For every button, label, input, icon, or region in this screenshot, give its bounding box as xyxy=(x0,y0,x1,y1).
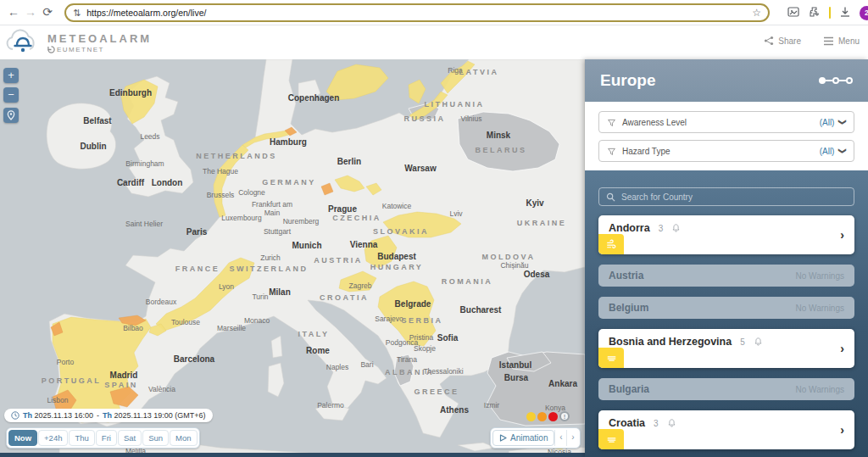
animation-button[interactable]: Animation xyxy=(492,430,554,446)
legend-exclaim-icon: ! xyxy=(559,411,570,421)
map-label: Skopje xyxy=(414,344,436,353)
map-label: Bordeaux xyxy=(146,298,176,306)
map-label: ROMANIA xyxy=(442,277,493,286)
gallery-icon[interactable] xyxy=(787,6,800,20)
day-button-thu[interactable]: Thu xyxy=(69,430,94,446)
url-text[interactable]: https://meteoalarm.org/en/live/ xyxy=(86,8,752,18)
warning-badge-wind xyxy=(598,234,624,254)
day-button-sat[interactable]: Sat xyxy=(118,430,142,446)
share-button[interactable]: Share xyxy=(764,36,801,46)
map-label: Nuremberg xyxy=(283,217,320,226)
url-bar[interactable]: ⇅ https://meteoalarm.org/en/live/ ☆ xyxy=(64,3,770,22)
extensions-icon[interactable] xyxy=(808,6,821,20)
map-label: Belfast xyxy=(83,116,111,125)
map-label: Budapest xyxy=(377,252,416,261)
map-label: London xyxy=(152,178,183,187)
map-label: Ankara xyxy=(548,379,577,388)
map-label: Edinburgh xyxy=(109,88,152,98)
country-card-bosnia-and-herzegovina[interactable]: Bosnia and Herzegovina 5 › xyxy=(598,329,854,368)
map-label: Cologne xyxy=(238,188,265,197)
country-card-belgium[interactable]: Belgium No Warnings xyxy=(598,297,854,319)
locate-button[interactable] xyxy=(3,108,19,123)
menu-button[interactable]: Menu xyxy=(823,36,860,46)
country-card-croatia[interactable]: Croatia 3 › xyxy=(598,410,854,449)
bottom-strip xyxy=(0,453,585,457)
map-label: Odesa xyxy=(524,270,550,279)
map-label: Minsk xyxy=(487,131,510,140)
back-icon[interactable]: ← xyxy=(5,3,22,20)
wind-icon xyxy=(605,239,618,250)
country-card-andorra[interactable]: Andorra 3 › xyxy=(598,215,854,254)
map-label: Lyon xyxy=(219,282,234,291)
day-button-sun[interactable]: Sun xyxy=(142,430,169,446)
map-label: SERBIA xyxy=(401,316,442,325)
map-label: SLOVAKIA xyxy=(373,227,429,236)
map-label: Kyiv xyxy=(526,198,543,208)
map-label: Leeds xyxy=(140,132,159,141)
filter-funnel-icon xyxy=(607,118,616,127)
map-label: Luxembourg xyxy=(221,214,261,222)
chevron-right-icon: › xyxy=(840,423,844,437)
day-button-mon[interactable]: Mon xyxy=(170,430,197,446)
map-label: SWITZERLAND xyxy=(230,265,309,273)
country-card-austria[interactable]: Austria No Warnings xyxy=(598,265,854,287)
map-label: Vienna xyxy=(350,240,378,249)
map-label: Zurich xyxy=(260,254,281,262)
map-label: CROATIA xyxy=(320,293,369,302)
filter-funnel-icon xyxy=(607,147,616,156)
day-button-24h[interactable]: +24h xyxy=(38,430,68,446)
zoom-in-button[interactable]: + xyxy=(3,68,19,83)
map-label: Munich xyxy=(292,241,322,250)
map-label: València xyxy=(148,385,175,393)
map-label: ITALY xyxy=(298,330,329,338)
day-selector: Now +24h Thu Fri Sat Sun Mon xyxy=(6,427,200,449)
day-button-now[interactable]: Now xyxy=(8,430,37,446)
day-button-fri[interactable]: Fri xyxy=(96,430,117,446)
map-label: Paris xyxy=(186,227,207,237)
bookmark-star-icon[interactable]: ☆ xyxy=(752,7,761,19)
meteoalarm-logo[interactable]: METEOALARM EUMETNET xyxy=(5,27,152,56)
map-label: LITHUANIA xyxy=(425,100,485,109)
map-label: CZECHIA xyxy=(332,214,381,222)
reload-icon[interactable]: ⟳ xyxy=(39,3,56,20)
zoom-out-button[interactable]: − xyxy=(3,87,19,103)
map-label: Berlin xyxy=(337,157,361,166)
hamburger-icon xyxy=(823,36,834,46)
map-label: Lisbon xyxy=(47,396,68,404)
hazard-type-filter[interactable]: Hazard Type (All) ❯ xyxy=(598,140,854,162)
map-label: Barcelona xyxy=(174,354,214,364)
map-label: Porto xyxy=(57,358,74,366)
chevron-down-icon: ❯ xyxy=(838,119,847,125)
map-label: NETHERLANDS xyxy=(196,152,277,160)
search-input[interactable] xyxy=(621,192,833,202)
view-stepper-icon[interactable] xyxy=(819,77,853,84)
map-label: Athens xyxy=(440,405,469,415)
download-icon[interactable] xyxy=(838,6,852,20)
europe-map[interactable]: EdinburghBelfastDublinCardiffLondonParis… xyxy=(0,59,585,457)
map-label: ALBANIA xyxy=(385,368,434,376)
filters-section: Awareness Level (All) ❯ Hazard Type (All… xyxy=(585,102,868,170)
forward-icon[interactable]: → xyxy=(22,3,39,20)
site-header: METEOALARM EUMETNET Share Menu xyxy=(0,25,868,59)
country-search[interactable] xyxy=(598,187,854,206)
step-back-button[interactable]: ‹ xyxy=(554,430,566,446)
map-label: GERMANY xyxy=(262,178,316,187)
profile-avatar[interactable]: 2 xyxy=(860,6,868,20)
map-label: RUSSIA xyxy=(403,114,445,123)
bell-icon xyxy=(754,337,763,347)
map-label: GREECE xyxy=(414,387,459,396)
site-info-icon[interactable]: ⇅ xyxy=(73,8,81,19)
map-label: Istanbul xyxy=(499,360,531,370)
map-label: Prague xyxy=(328,204,357,214)
awareness-level-filter[interactable]: Awareness Level (All) ❯ xyxy=(598,111,854,133)
map-label: Brussels xyxy=(207,191,235,199)
legend-dot xyxy=(526,412,536,421)
chrome-actions: 2 ⋮ xyxy=(787,3,868,22)
map-label: Saint Helier xyxy=(125,220,163,228)
map-label: Bilbao xyxy=(123,324,143,332)
map-label: PORTUGAL xyxy=(42,376,102,385)
map-label: Sarajevo xyxy=(375,315,403,323)
sidebar: Europe Awareness Level (All) ❯ Hazard Ty… xyxy=(585,59,868,457)
step-forward-button[interactable]: › xyxy=(566,430,578,446)
country-card-bulgaria[interactable]: Bulgaria No Warnings xyxy=(598,378,854,400)
